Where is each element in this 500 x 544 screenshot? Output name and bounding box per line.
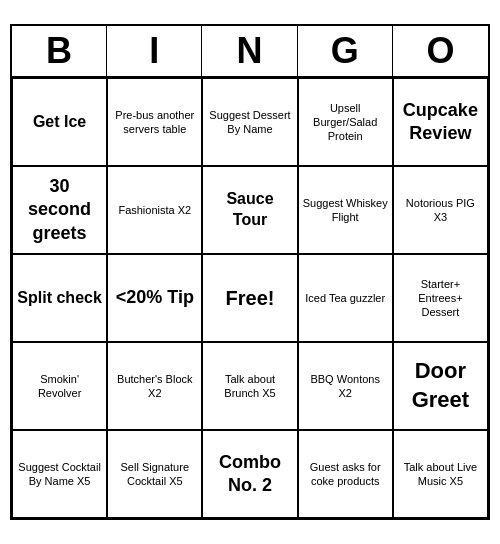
bingo-cell-15: Smokin' Revolver: [12, 342, 107, 430]
bingo-card: BINGO Get IcePre-bus another servers tab…: [10, 24, 490, 520]
bingo-cell-20: Suggest Cocktail By Name X5: [12, 430, 107, 518]
bingo-cell-24: Talk about Live Music X5: [393, 430, 488, 518]
bingo-cell-5: 30 second greets: [12, 166, 107, 254]
bingo-cell-11: <20% Tip: [107, 254, 202, 342]
bingo-cell-4: Cupcake Review: [393, 78, 488, 166]
bingo-cell-23: Guest asks for coke products: [298, 430, 393, 518]
bingo-cell-10: Split check: [12, 254, 107, 342]
bingo-cell-6: Fashionista X2: [107, 166, 202, 254]
bingo-cell-16: Butcher's Block X2: [107, 342, 202, 430]
header-letter-o: O: [393, 26, 488, 76]
bingo-cell-13: Iced Tea guzzler: [298, 254, 393, 342]
header-letter-n: N: [202, 26, 297, 76]
bingo-cell-7: Sauce Tour: [202, 166, 297, 254]
bingo-cell-1: Pre-bus another servers table: [107, 78, 202, 166]
bingo-cell-9: Notorious PIG X3: [393, 166, 488, 254]
header-letter-g: G: [298, 26, 393, 76]
bingo-cell-17: Talk about Brunch X5: [202, 342, 297, 430]
bingo-cell-2: Suggest Dessert By Name: [202, 78, 297, 166]
header-letter-i: I: [107, 26, 202, 76]
bingo-cell-8: Suggest Whiskey Flight: [298, 166, 393, 254]
bingo-cell-12: Free!: [202, 254, 297, 342]
bingo-cell-3: Upsell Burger/Salad Protein: [298, 78, 393, 166]
bingo-grid: Get IcePre-bus another servers tableSugg…: [12, 78, 488, 518]
bingo-cell-14: Starter+ Entrees+ Dessert: [393, 254, 488, 342]
bingo-cell-22: Combo No. 2: [202, 430, 297, 518]
bingo-cell-19: Door Greet: [393, 342, 488, 430]
header-letter-b: B: [12, 26, 107, 76]
bingo-cell-21: Sell Signature Cocktail X5: [107, 430, 202, 518]
bingo-cell-18: BBQ Wontons X2: [298, 342, 393, 430]
bingo-cell-0: Get Ice: [12, 78, 107, 166]
bingo-header: BINGO: [12, 26, 488, 78]
